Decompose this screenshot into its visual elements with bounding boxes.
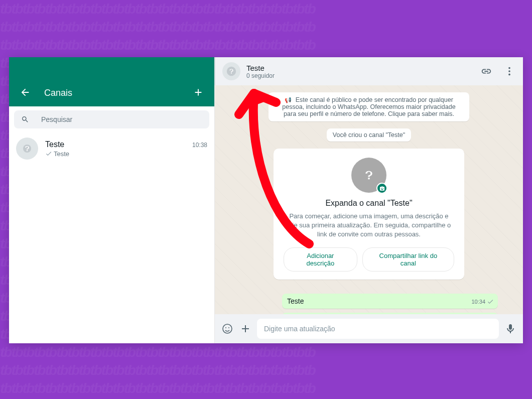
message-row: Teste 10:34 [240,294,498,309]
camera-icon [379,186,385,191]
chat-header-info[interactable]: Teste 0 seguidor [246,64,480,79]
search-box[interactable] [14,110,209,128]
message-text: Teste [287,297,304,305]
sidebar-title: Canais [44,88,192,98]
search-input[interactable] [41,115,202,123]
compose-input-wrap[interactable] [257,319,499,339]
search-icon [21,115,29,123]
created-pill-text: Você criou o canal "Teste" [333,131,405,139]
expand-channel-card: Expanda o canal "Teste" Para começar, ad… [274,149,464,280]
chat-header-subtitle: 0 seguidor [246,72,480,79]
chat-body[interactable]: 📢 Este canal é público e pode ser encont… [215,85,523,314]
menu-button[interactable] [503,65,516,78]
message-bubble[interactable]: Teste 10:34 [282,294,498,309]
message-time: 10:34 [471,299,485,305]
channel-avatar [16,138,38,160]
channel-created-pill: Você criou o canal "Teste" [327,128,411,142]
svg-point-7 [225,327,226,328]
add-description-button[interactable]: Adicionar descrição [284,247,357,272]
expand-avatar-container[interactable] [351,158,386,193]
plus-icon [239,323,251,335]
arrow-left-icon [20,87,31,98]
chat-pane: Teste 0 seguidor 📢 Este canal é público … [215,57,523,343]
chat-header-actions [480,65,516,78]
check-icon [45,150,52,157]
expand-card-text: Para começar, adicione uma imagem, uma d… [284,212,454,239]
broadcast-icon: 📢 [285,97,292,103]
channel-icon [21,143,33,155]
compose-input[interactable] [264,325,492,333]
message-meta: 10:34 [471,298,494,305]
emoji-button[interactable] [221,322,234,335]
emoji-icon [221,323,233,335]
mic-icon [504,323,516,335]
channel-item-teste[interactable]: Teste 10:38 Teste [9,132,214,165]
sidebar: Canais Teste 10:38 [9,57,215,343]
more-vertical-icon [504,66,515,77]
svg-point-3 [508,70,510,72]
add-photo-button[interactable] [376,183,387,194]
expand-card-title: Expanda o canal "Teste" [284,199,454,208]
expand-card-buttons: Adicionar descrição Compartilhar link do… [284,247,454,272]
channel-list[interactable]: Teste 10:38 Teste [9,132,214,343]
svg-point-6 [223,324,232,333]
plus-icon [193,87,204,98]
link-icon [481,66,492,77]
svg-point-4 [508,74,510,76]
channel-time: 10:38 [192,142,207,149]
channel-info: Teste 10:38 Teste [45,140,207,158]
svg-point-2 [508,67,510,69]
channel-icon [226,66,237,77]
back-button[interactable] [19,86,31,98]
copy-link-button[interactable] [480,65,493,78]
new-channel-button[interactable] [192,86,204,98]
info-banner-text: Este canal é público e pode ser encontra… [282,96,455,117]
whatsapp-window: Canais Teste 10:38 [9,57,523,343]
channel-preview: Teste [54,150,69,158]
compose-bar [215,314,523,343]
channel-icon [359,165,379,185]
attach-button[interactable] [239,322,252,335]
svg-point-8 [228,327,229,328]
chat-header[interactable]: Teste 0 seguidor [215,57,523,85]
sidebar-header: Canais [9,57,214,106]
chat-header-title: Teste [246,64,480,72]
search-container [9,106,214,132]
check-icon [487,298,494,305]
channel-public-info[interactable]: 📢 Este canal é público e pode ser encont… [269,92,469,121]
share-link-button[interactable]: Compartilhar link do canal [362,247,454,272]
channel-name: Teste [45,140,64,149]
chat-header-avatar[interactable] [222,62,240,80]
mic-button[interactable] [504,322,517,335]
